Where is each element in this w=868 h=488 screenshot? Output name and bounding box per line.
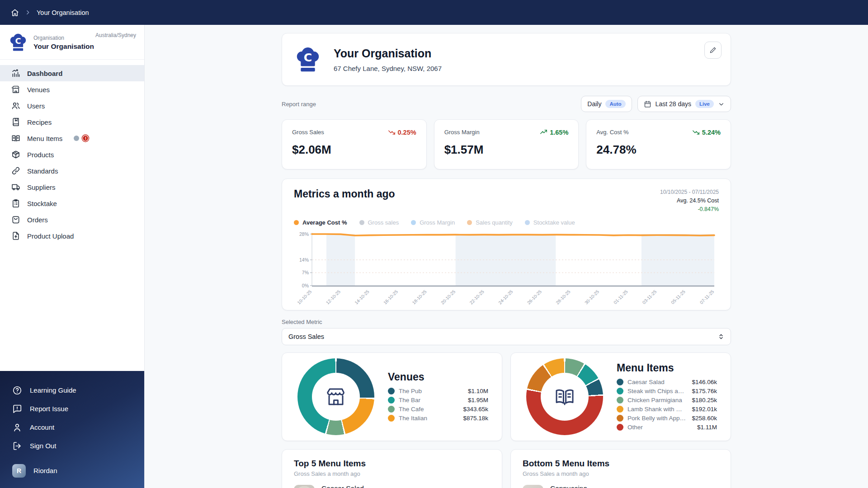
svg-text:10-10-25: 10-10-25 [296, 289, 312, 305]
menu-item-name: Caesar Salad [321, 484, 443, 488]
svg-text:03-11-25: 03-11-25 [642, 289, 658, 305]
top-bar: Your Organisation [0, 0, 868, 25]
legend-dot [388, 406, 395, 413]
items-card-subtitle: Gross Sales a month ago [294, 470, 490, 477]
pencil-icon [709, 47, 717, 54]
legend-dot [617, 406, 623, 413]
avatar: R [12, 464, 26, 478]
donut-legend-row: Other $1.11M [617, 422, 717, 432]
granularity-button[interactable]: Daily Auto [581, 96, 632, 112]
venues-breakdown-card: Venues The Pub $1.10M The Bar $1.95M The… [282, 352, 502, 441]
donut-legend-row: The Bar $1.95M [388, 395, 488, 404]
user-name: Riordan [33, 467, 57, 474]
page-title: Your Organisation [334, 47, 442, 60]
legend-label: Caesar Salad [627, 379, 665, 385]
legend-value: $146.06k [692, 379, 717, 385]
donut-chart [297, 358, 374, 435]
legend-label: Other [627, 424, 643, 431]
gray-dot-badge [74, 136, 79, 141]
legend-label: The Cafe [399, 406, 424, 413]
sidebar-item-dashboard[interactable]: Dashboard [0, 65, 144, 81]
sidebar-item-users[interactable]: Users [0, 98, 144, 114]
svg-text:18-10-25: 18-10-25 [411, 289, 428, 305]
selected-metric-label: Selected Metric [282, 319, 731, 325]
trend-down-icon [692, 128, 700, 136]
sidebar-item-orders[interactable]: Orders [0, 211, 144, 228]
svg-text:05-11-25: 05-11-25 [670, 289, 686, 305]
edit-organisation-button[interactable] [704, 42, 722, 59]
sidebar-item-product-upload[interactable]: Product Upload [0, 228, 144, 244]
auto-badge: Auto [605, 100, 625, 108]
sidebar-item-standards[interactable]: Standards [0, 163, 144, 179]
legend-dot [617, 397, 623, 404]
metric-value: $1.57M [444, 143, 569, 157]
legend-item-gross-sales[interactable]: Gross sales [359, 219, 399, 226]
footer-item-account[interactable]: Account [0, 418, 144, 436]
org-name: Your Organisation [33, 42, 94, 51]
svg-text:12-10-25: 12-10-25 [325, 289, 341, 305]
legend-dot [525, 220, 530, 225]
report-issue-icon [12, 404, 22, 414]
selected-metric-value: Gross Sales [288, 333, 324, 340]
legend-value: $175.76k [692, 388, 717, 394]
home-icon[interactable] [11, 9, 19, 17]
sidebar-item-stocktake[interactable]: Stocktake [0, 195, 144, 211]
legend-item-average-cost-[interactable]: Average Cost % [294, 219, 347, 226]
menu-item-row[interactable]: Cappuccino The CafeNo Tag $16.45k [523, 484, 719, 488]
dashboard-icon [11, 69, 20, 78]
chevrons-up-down-icon [718, 333, 724, 340]
menu-item-row[interactable]: Caesar Salad The PubSaladsLunchMains $14… [294, 484, 490, 488]
footer-item-report-issue[interactable]: Report Issue [0, 399, 144, 418]
org-address: 67 Chefy Lane, Sydney, NSW, 2067 [334, 65, 442, 72]
legend-item-gross-margin[interactable]: Gross Margin [411, 219, 455, 226]
metric-title: Gross Sales [292, 129, 324, 136]
donut-legend-row: The Pub $1.10M [388, 386, 488, 395]
legend-label: Chicken Parmigiana [627, 397, 682, 404]
sidebar-item-recipes[interactable]: Recipes [0, 114, 144, 130]
donut-chart [526, 358, 603, 435]
legend-value: $258.60k [692, 415, 717, 422]
sidebar-item-label: Dashboard [27, 70, 62, 77]
report-range-label: Report range [282, 101, 316, 108]
items-card-title: Top 5 Menu Items [294, 459, 490, 469]
venues-icon [11, 85, 20, 94]
legend-value: $1.10M [468, 388, 488, 394]
legend-item-stocktake-value[interactable]: Stocktake value [525, 219, 575, 226]
trend-down-icon [388, 128, 396, 136]
footer-item-sign-out[interactable]: Sign Out [0, 436, 144, 455]
sidebar-item-menu-items[interactable]: Menu Items ! [0, 130, 144, 146]
legend-value: $192.01k [692, 406, 717, 413]
legend-value: $343.65k [463, 406, 488, 413]
sidebar-org-header[interactable]: C Organisation Your Organisation Austral… [0, 25, 144, 60]
svg-text:30-10-25: 30-10-25 [584, 289, 600, 305]
legend-dot [411, 220, 416, 225]
footer-item-label: Sign Out [30, 442, 56, 450]
metric-card-gross-sales: Gross Sales 0.25% $2.06M [282, 119, 427, 169]
legend-dot [467, 220, 472, 225]
svg-text:28-10-25: 28-10-25 [555, 289, 571, 305]
user-menu[interactable]: R Riordan [0, 461, 144, 480]
coffee-photo [523, 485, 543, 488]
sidebar-item-label: Product Upload [27, 232, 74, 240]
legend-item-sales-quantity[interactable]: Sales quantity [467, 219, 513, 226]
sidebar-item-products[interactable]: Products [0, 146, 144, 163]
legend-dot [388, 415, 395, 422]
metric-title: Avg. Cost % [596, 129, 628, 136]
date-range-button[interactable]: Last 28 days Live [637, 96, 731, 112]
svg-text:14%: 14% [299, 257, 309, 263]
donut-legend-row: Pork Belly with App… $258.60k [617, 413, 717, 422]
svg-text:07-11-25: 07-11-25 [699, 289, 715, 305]
footer-item-learning-guide[interactable]: Learning Guide [0, 381, 144, 399]
svg-text:C: C [15, 36, 21, 46]
stocktake-icon [11, 199, 20, 208]
sidebar-item-label: Users [27, 102, 45, 110]
sidebar-item-suppliers[interactable]: Suppliers [0, 179, 144, 195]
legend-label: Average Cost % [302, 219, 347, 226]
sidebar-item-label: Suppliers [27, 183, 56, 191]
chart-change: -0.847% [660, 205, 719, 214]
breadcrumb[interactable]: Your Organisation [37, 9, 89, 16]
menu-items-icon [11, 134, 20, 143]
sidebar-item-venues[interactable]: Venues [0, 81, 144, 98]
selected-metric-select[interactable]: Gross Sales [282, 328, 731, 345]
sidebar-item-label: Venues [27, 86, 50, 94]
